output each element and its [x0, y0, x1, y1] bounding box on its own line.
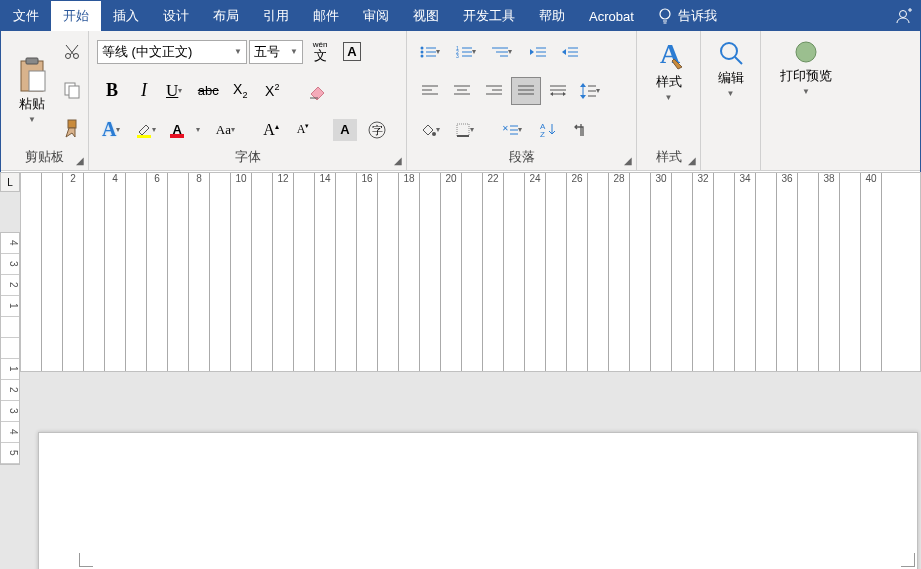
highlight-button[interactable]: ▾	[131, 116, 165, 144]
find-icon	[717, 39, 745, 67]
ribbon: 粘贴 ▼ 剪贴板 ◢ 等线 (中文正文)▼ 五号▼ wén文 A B I U▾	[1, 31, 920, 171]
tab-layout[interactable]: 布局	[201, 1, 251, 31]
superscript-button[interactable]: X2	[257, 77, 287, 105]
text-effects-button[interactable]: A▾	[97, 116, 129, 144]
align-center-icon	[454, 84, 470, 98]
svg-rect-7	[26, 58, 38, 64]
multilevel-icon	[492, 45, 508, 59]
outdent-icon	[530, 45, 546, 59]
grow-font-button[interactable]: A▴	[256, 116, 286, 144]
svg-line-72	[735, 57, 742, 64]
align-left-icon	[422, 84, 438, 98]
svg-rect-15	[68, 120, 76, 128]
copy-button[interactable]	[57, 76, 87, 104]
show-marks-button[interactable]	[565, 116, 595, 144]
copy-icon	[63, 81, 81, 99]
cut-button[interactable]	[57, 38, 87, 66]
enclose-char-button[interactable]: 字	[362, 116, 392, 144]
underline-button[interactable]: U▾	[161, 77, 191, 105]
tell-me[interactable]: 告诉我	[646, 7, 729, 25]
brush-icon	[63, 119, 81, 139]
tab-review[interactable]: 审阅	[351, 1, 401, 31]
multilevel-button[interactable]: ▾	[487, 38, 521, 66]
svg-rect-62	[457, 124, 469, 136]
paste-button[interactable]: 粘贴 ▼	[9, 35, 55, 146]
tab-selector[interactable]: L	[0, 172, 20, 192]
align-justify-button[interactable]	[511, 77, 541, 105]
font-name-combo[interactable]: 等线 (中文正文)▼	[97, 40, 247, 64]
tab-insert[interactable]: 插入	[101, 1, 151, 31]
svg-rect-14	[69, 86, 79, 98]
shrink-font-button[interactable]: A▾	[288, 116, 318, 144]
svg-point-10	[74, 54, 79, 59]
clipboard-launcher[interactable]: ◢	[76, 155, 84, 166]
print-preview-button[interactable]: 打印预览 ▼	[769, 35, 843, 100]
align-center-button[interactable]	[447, 77, 477, 105]
phonetic-guide-button[interactable]: wén文	[305, 38, 335, 66]
decrease-indent-button[interactable]	[523, 38, 553, 66]
horizontal-ruler[interactable]: 246810121416182022242628303234363840	[20, 172, 921, 372]
tab-help[interactable]: 帮助	[527, 1, 577, 31]
tab-design[interactable]: 设计	[151, 1, 201, 31]
tab-home[interactable]: 开始	[51, 1, 101, 31]
share-icon	[894, 7, 912, 25]
clear-formatting-button[interactable]	[303, 77, 333, 105]
bold-button[interactable]: B	[97, 77, 127, 105]
numbering-icon: 123	[456, 45, 472, 59]
scissors-icon	[63, 43, 81, 61]
borders-button[interactable]: ▾	[451, 116, 483, 144]
ribbon-tabs: 文件 开始 插入 设计 布局 引用 邮件 审阅 视图 开发工具 帮助 Acrob…	[1, 1, 920, 31]
tab-acrobat[interactable]: Acrobat	[577, 1, 646, 31]
group-clipboard-label: 剪贴板	[9, 146, 80, 168]
group-editing: 编辑 ▼	[701, 31, 761, 170]
paragraph-launcher[interactable]: ◢	[624, 155, 632, 166]
tab-references[interactable]: 引用	[251, 1, 301, 31]
svg-text:3: 3	[456, 53, 459, 59]
styles-button[interactable]: A 样式 ▼	[645, 35, 692, 106]
sort-button[interactable]: AZ	[533, 116, 563, 144]
svg-point-0	[660, 9, 670, 19]
bullets-button[interactable]: ▾	[415, 38, 449, 66]
subscript-button[interactable]: X2	[225, 77, 255, 105]
share-button[interactable]	[886, 7, 920, 25]
styles-icon: A	[652, 39, 686, 71]
svg-point-3	[900, 11, 907, 18]
font-launcher[interactable]: ◢	[394, 155, 402, 166]
asian-layout-button[interactable]: ✕▾	[497, 116, 531, 144]
line-spacing-button[interactable]: ▾	[575, 77, 609, 105]
tell-me-label: 告诉我	[678, 7, 717, 25]
group-print-preview: 打印预览 ▼	[761, 31, 851, 170]
tab-mail[interactable]: 邮件	[301, 1, 351, 31]
shading-button[interactable]: ▾	[415, 116, 449, 144]
svg-point-21	[421, 46, 424, 49]
sort-icon: AZ	[540, 122, 556, 138]
increase-indent-button[interactable]	[555, 38, 585, 66]
distributed-button[interactable]	[543, 77, 573, 105]
italic-button[interactable]: I	[129, 77, 159, 105]
styles-label: 样式	[656, 73, 682, 91]
tab-file[interactable]: 文件	[1, 1, 51, 31]
svg-point-23	[421, 50, 424, 53]
svg-point-71	[721, 43, 737, 59]
align-left-button[interactable]	[415, 77, 445, 105]
document-page[interactable]	[38, 432, 918, 570]
lightbulb-icon	[658, 8, 672, 24]
align-right-button[interactable]	[479, 77, 509, 105]
numbering-button[interactable]: 123▾	[451, 38, 485, 66]
tab-view[interactable]: 视图	[401, 1, 451, 31]
circle-char-icon: 字	[367, 120, 387, 140]
font-color-button[interactable]: A▾	[167, 116, 208, 144]
strikethrough-button[interactable]: abc	[193, 77, 223, 105]
char-shading-button[interactable]: A	[330, 116, 360, 144]
format-painter-button[interactable]	[57, 115, 87, 143]
print-preview-label: 打印预览	[780, 67, 832, 85]
styles-launcher[interactable]: ◢	[688, 155, 696, 166]
character-border-button[interactable]: A	[337, 38, 367, 66]
change-case-button[interactable]: Aa▾	[211, 116, 244, 144]
font-size-combo[interactable]: 五号▼	[249, 40, 303, 64]
svg-text:Z: Z	[540, 130, 545, 138]
vertical-ruler[interactable]: 432112345	[0, 232, 20, 465]
margin-corner-tr	[901, 553, 915, 567]
tab-developer[interactable]: 开发工具	[451, 1, 527, 31]
editing-button[interactable]: 编辑 ▼	[709, 35, 752, 102]
